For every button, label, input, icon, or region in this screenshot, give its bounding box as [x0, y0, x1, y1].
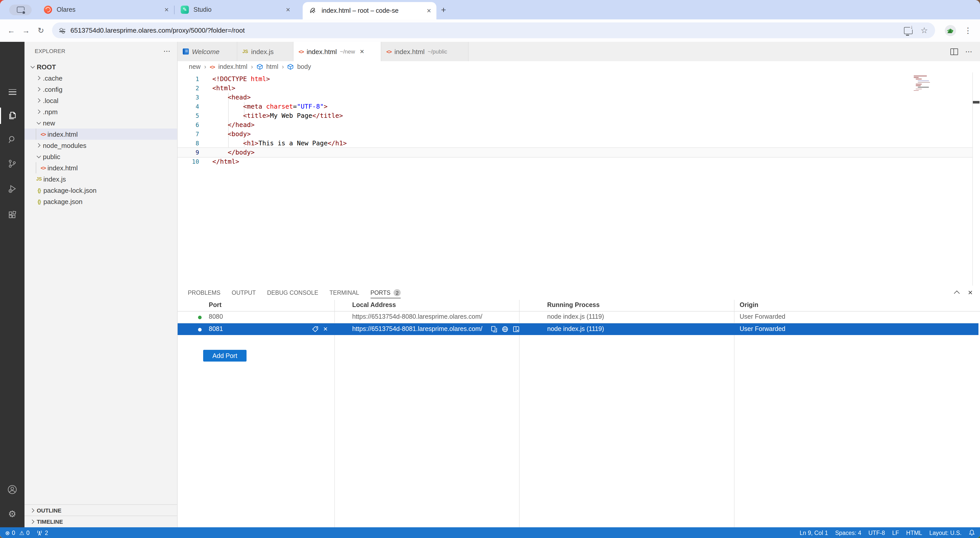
explorer-activity-button[interactable] [0, 106, 24, 126]
tab-path-hint: ~/new [340, 48, 355, 55]
copy-address-icon[interactable] [491, 326, 497, 332]
indentation-status[interactable]: Spaces: 4 [835, 530, 861, 536]
eol-status[interactable]: LF [892, 530, 899, 536]
cursor-position-status[interactable]: Ln 9, Col 1 [800, 530, 828, 536]
breadcrumb-folder[interactable]: new [189, 63, 200, 70]
html-file-icon: <> [39, 165, 48, 171]
browser-tab-studio[interactable]: Studio ✕ [175, 0, 296, 19]
close-tab-icon[interactable]: ✕ [164, 6, 169, 13]
url-text[interactable]: 6513754d0.laresprime.olares.com/proxy/50… [70, 27, 245, 34]
open-in-browser-icon[interactable] [502, 326, 508, 332]
forward-button[interactable]: → [21, 25, 31, 36]
new-tab-button[interactable]: + [441, 5, 446, 14]
tab-index-html-new[interactable]: <> index.html ~/new ✕ [293, 42, 381, 61]
panel-tab-output[interactable]: OUTPUT [232, 286, 256, 300]
tree-item-node-modules[interactable]: node_modules [24, 140, 177, 151]
port-row-8080[interactable]: 8080 https://6513754d-8080.laresprime.ol… [178, 311, 978, 323]
editor-scrollbar[interactable] [972, 72, 980, 286]
tree-item-package-lock-json[interactable]: {} package-lock.json [24, 185, 177, 196]
panel-tab-ports[interactable]: PORTS2 [370, 286, 401, 300]
breadcrumb-separator: › [251, 63, 253, 70]
tree-item-new-folder[interactable]: new [24, 117, 177, 129]
set-port-label-icon[interactable] [312, 326, 318, 332]
menu-button[interactable] [0, 82, 24, 102]
code-server-app: ⚙ EXPLORER ⋯ ROOT .cache .config [0, 42, 980, 538]
close-tab-icon[interactable]: ✕ [427, 7, 431, 14]
source-control-activity-button[interactable] [0, 154, 24, 174]
tree-item-public-folder[interactable]: public [24, 151, 177, 162]
split-editor-icon[interactable] [950, 48, 958, 55]
encoding-status[interactable]: UTF-8 [869, 530, 885, 536]
tree-item-index-js[interactable]: JS index.js [24, 173, 177, 185]
browser-menu-icon[interactable]: ⋮ [964, 25, 972, 36]
site-settings-icon[interactable] [59, 28, 65, 33]
minimap[interactable] [914, 76, 938, 92]
preview-in-editor-icon[interactable] [513, 326, 520, 332]
editor-more-actions-icon[interactable]: ⋯ [965, 48, 973, 56]
tab-welcome[interactable]: Welcome [178, 42, 237, 61]
run-debug-activity-button[interactable] [0, 178, 24, 199]
tree-item-root[interactable]: ROOT [24, 61, 177, 72]
outline-section[interactable]: OUTLINE [24, 504, 177, 516]
back-button[interactable]: ← [6, 25, 16, 36]
browser-tab-olares[interactable]: Olares ✕ [38, 0, 174, 19]
extensions-activity-button[interactable] [0, 205, 24, 225]
local-address-link[interactable]: https://6513754d-8080.laresprime.olares.… [352, 313, 482, 320]
profile-toolbar-button[interactable] [9, 4, 32, 15]
code-line: 2<html> [178, 84, 973, 93]
breadcrumb-symbol-body[interactable]: body [297, 63, 311, 70]
col-header-running-process: Running Process [547, 302, 600, 308]
tree-item-config[interactable]: .config [24, 84, 177, 95]
code-server-favicon [309, 6, 317, 15]
panel-tab-problems[interactable]: PROBLEMS [188, 286, 221, 300]
breadcrumb-symbol-html[interactable]: html [266, 63, 278, 70]
scrollbar-thumb[interactable] [973, 101, 980, 103]
close-tab-icon[interactable]: ✕ [286, 6, 290, 13]
close-panel-icon[interactable]: ✕ [968, 289, 973, 296]
stop-forwarding-icon[interactable]: ✕ [323, 326, 328, 332]
tab-index-html-public[interactable]: <> index.html ~/public [381, 42, 469, 61]
maximize-panel-icon[interactable] [954, 291, 960, 297]
notifications-bell-icon[interactable] [969, 529, 975, 536]
chevron-right-icon [35, 99, 43, 102]
chevron-right-icon [29, 520, 37, 523]
tree-item-index-html-public[interactable]: <> index.html [24, 162, 177, 173]
problems-status-item[interactable]: ⊗ 0 ⚠ 0 [5, 530, 30, 536]
settings-button[interactable]: ⚙ [0, 504, 24, 524]
forwarded-ports-status-item[interactable]: 2 [36, 530, 48, 536]
port-row-8081-selected[interactable]: 8081 ✕ https://6513754d-8081.laresprime.… [178, 323, 978, 335]
timeline-section[interactable]: TIMELINE [24, 516, 177, 527]
keyboard-layout-status[interactable]: Layout: U.S. [929, 530, 962, 536]
address-bar[interactable]: 6513754d0.laresprime.olares.com/proxy/50… [52, 22, 935, 38]
chevron-right-icon [35, 110, 43, 113]
bookmark-star-icon[interactable]: ☆ [921, 26, 928, 35]
profile-avatar[interactable] [945, 25, 956, 36]
accounts-button[interactable] [0, 479, 24, 500]
reload-button[interactable]: ↻ [36, 25, 46, 36]
add-port-button[interactable]: Add Port [203, 350, 247, 362]
breadcrumb-file[interactable]: index.html [218, 63, 247, 70]
explorer-more-actions-icon[interactable]: ⋯ [163, 47, 171, 55]
json-file-icon: {} [35, 198, 43, 204]
port-running-dot [198, 316, 202, 319]
html-file-icon: <> [299, 49, 304, 54]
error-icon: ⊗ [5, 530, 10, 536]
gear-icon: ⚙ [8, 509, 16, 519]
language-mode-status[interactable]: HTML [906, 530, 922, 536]
close-tab-icon[interactable]: ✕ [360, 48, 364, 55]
tree-item-local[interactable]: .local [24, 95, 177, 106]
local-address-link[interactable]: https://6513754d-8081.laresprime.olares.… [352, 325, 482, 332]
code-line: 1<!DOCTYPE html> [178, 75, 973, 84]
search-activity-button[interactable] [0, 130, 24, 150]
html-file-icon: <> [39, 131, 48, 137]
tree-item-package-json[interactable]: {} package.json [24, 196, 177, 207]
tree-item-cache[interactable]: .cache [24, 72, 177, 84]
tree-item-npm[interactable]: .npm [24, 106, 177, 117]
tree-item-index-html-new[interactable]: <> index.html [24, 129, 177, 140]
install-app-icon[interactable] [904, 27, 912, 34]
tab-index-js[interactable]: JS index.js [237, 42, 293, 61]
code-editor[interactable]: 1<!DOCTYPE html> 2<html> 3 <head> 4 <met… [178, 72, 980, 286]
panel-tab-terminal[interactable]: TERMINAL [329, 286, 359, 300]
browser-tab-code-server[interactable]: index.html – root – code-se ✕ [303, 2, 436, 19]
panel-tab-debug-console[interactable]: DEBUG CONSOLE [267, 286, 318, 300]
